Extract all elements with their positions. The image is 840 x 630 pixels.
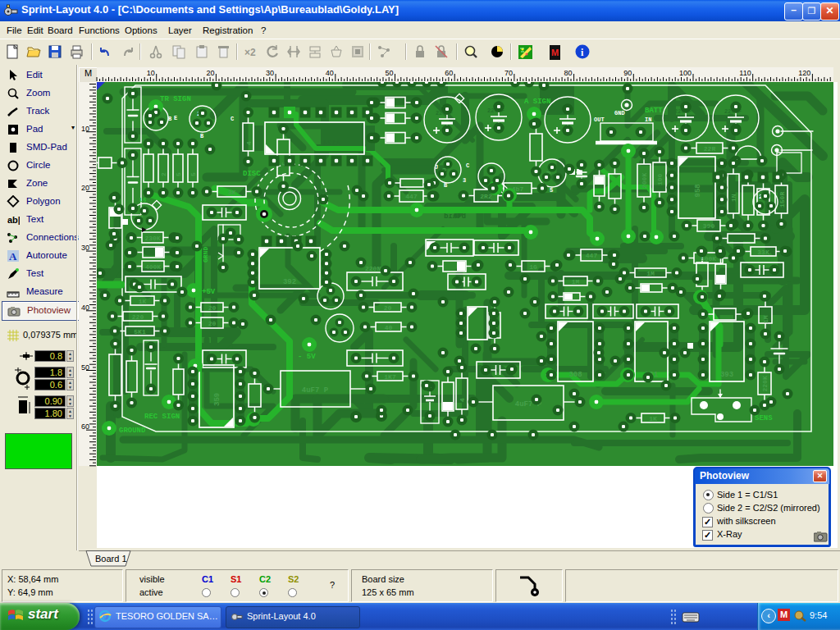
svg-text:1M: 1M bbox=[646, 270, 655, 277]
svg-text:1G: 1G bbox=[529, 263, 537, 271]
svg-text:A SIGN: A SIGN bbox=[524, 98, 550, 106]
svg-text:10: 10 bbox=[81, 125, 89, 133]
svg-text:40: 40 bbox=[326, 69, 334, 77]
svg-text:308: 308 bbox=[568, 371, 582, 379]
svg-text:10: 10 bbox=[147, 69, 155, 77]
svg-text:447: 447 bbox=[405, 193, 418, 200]
svg-text:392: 392 bbox=[283, 278, 296, 286]
svg-text:4uF7 P: 4uF7 P bbox=[302, 386, 329, 395]
svg-text:1M: 1M bbox=[572, 278, 580, 285]
svg-text:SENS: SENS bbox=[755, 414, 773, 422]
svg-text:GRND: GRND bbox=[202, 247, 209, 262]
svg-text:100: 100 bbox=[679, 69, 692, 77]
svg-text:2: 2 bbox=[160, 172, 167, 176]
svg-text:220K: 220K bbox=[761, 376, 769, 391]
svg-text:1N: 1N bbox=[730, 194, 737, 202]
svg-text:IN: IN bbox=[645, 116, 651, 123]
svg-text:958: 958 bbox=[694, 184, 702, 197]
svg-text:GND: GND bbox=[614, 110, 625, 116]
svg-text:3K: 3K bbox=[228, 189, 236, 196]
svg-text:GROUND: GROUND bbox=[119, 427, 146, 435]
svg-text:J: J bbox=[435, 164, 438, 171]
svg-text:5: 5 bbox=[189, 172, 197, 176]
svg-text:5: 5 bbox=[175, 172, 182, 176]
svg-text:50: 50 bbox=[385, 69, 393, 77]
svg-text:C: C bbox=[231, 116, 234, 122]
svg-text:70: 70 bbox=[504, 69, 513, 77]
svg-text:REC SIGN: REC SIGN bbox=[144, 413, 180, 421]
svg-text:150R: 150R bbox=[778, 192, 786, 208]
svg-text:20: 20 bbox=[206, 69, 214, 77]
svg-text:M: M bbox=[551, 48, 559, 57]
svg-text:S: S bbox=[550, 187, 553, 194]
svg-text:33K: 33K bbox=[757, 249, 769, 256]
svg-text:C: C bbox=[466, 162, 469, 169]
svg-text:230K: 230K bbox=[144, 235, 160, 242]
svg-text:20: 20 bbox=[384, 304, 392, 312]
svg-text:40: 40 bbox=[385, 324, 393, 331]
svg-text:E: E bbox=[174, 115, 177, 121]
svg-text:4: 4 bbox=[459, 398, 466, 402]
svg-text:TR SIGN: TR SIGN bbox=[160, 95, 191, 103]
svg-text:60: 60 bbox=[445, 69, 453, 77]
svg-text:×2: ×2 bbox=[244, 47, 256, 58]
svg-text:+5V: +5V bbox=[202, 288, 216, 296]
svg-text:1K: 1K bbox=[649, 415, 657, 422]
svg-text:120: 120 bbox=[798, 69, 810, 77]
svg-text:447: 447 bbox=[586, 252, 598, 259]
svg-text:L6: L6 bbox=[139, 197, 146, 203]
svg-text:30: 30 bbox=[81, 244, 89, 252]
svg-text:100: 100 bbox=[656, 173, 664, 185]
svg-text:BATT: BATT bbox=[645, 107, 663, 115]
svg-text:20: 20 bbox=[208, 320, 217, 327]
svg-text:30: 30 bbox=[266, 69, 274, 77]
svg-text:4: 4 bbox=[245, 141, 253, 145]
svg-text:50: 50 bbox=[81, 363, 89, 372]
svg-text:A: A bbox=[9, 250, 17, 262]
svg-text:OUT: OUT bbox=[594, 116, 605, 123]
svg-text:200K: 200K bbox=[641, 173, 648, 189]
svg-text:220: 220 bbox=[132, 313, 144, 321]
svg-text:e: e bbox=[103, 611, 107, 621]
svg-text:359: 359 bbox=[213, 393, 221, 406]
svg-text:20: 20 bbox=[81, 184, 89, 192]
svg-text:60: 60 bbox=[81, 422, 89, 431]
svg-text:20: 20 bbox=[208, 304, 217, 312]
svg-text:1K: 1K bbox=[139, 298, 147, 305]
svg-text:393: 393 bbox=[720, 371, 733, 379]
svg-text:2R2: 2R2 bbox=[480, 193, 492, 200]
svg-text:390: 390 bbox=[703, 222, 715, 230]
svg-text:5K1: 5K1 bbox=[134, 328, 146, 336]
svg-text:ab|: ab| bbox=[7, 215, 20, 225]
svg-text:400K: 400K bbox=[145, 263, 161, 271]
svg-text:3: 3 bbox=[463, 177, 466, 184]
svg-text:90: 90 bbox=[623, 69, 632, 77]
svg-text:1K7: 1K7 bbox=[384, 373, 396, 381]
svg-text:22R: 22R bbox=[704, 145, 716, 153]
svg-text:blaid: blaid bbox=[444, 212, 466, 221]
svg-text:110: 110 bbox=[739, 69, 751, 77]
svg-text:80: 80 bbox=[564, 69, 573, 77]
svg-text:1M: 1M bbox=[762, 315, 769, 323]
svg-text:- 5V: - 5V bbox=[298, 353, 316, 361]
svg-text:DISC: DISC bbox=[243, 170, 261, 178]
svg-text:Board 1: Board 1 bbox=[95, 554, 127, 564]
svg-text:40: 40 bbox=[81, 304, 89, 312]
